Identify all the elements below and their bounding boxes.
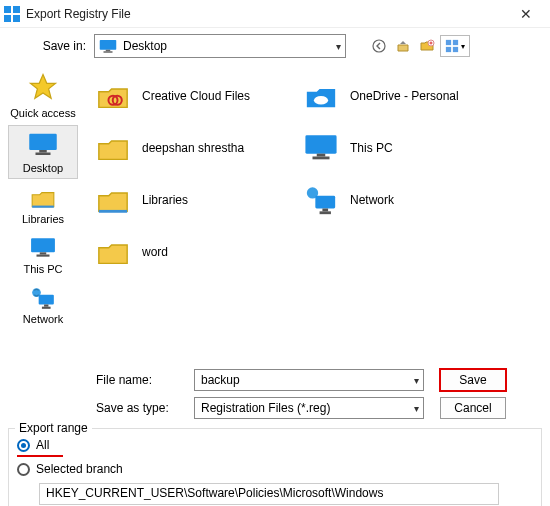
svg-rect-6 (104, 51, 113, 53)
file-libraries[interactable]: Libraries (94, 176, 294, 224)
view-menu-button[interactable]: ▾ (440, 35, 470, 57)
title-bar: Export Registry File ✕ (0, 0, 550, 28)
svg-rect-19 (37, 255, 50, 257)
chevron-down-icon: ▾ (336, 41, 341, 52)
monitor-icon (30, 235, 56, 261)
svg-rect-17 (31, 238, 55, 252)
file-network[interactable]: Network (302, 176, 502, 224)
back-button[interactable] (368, 35, 390, 57)
file-creative-cloud[interactable]: Creative Cloud Files (94, 72, 294, 120)
folder-icon (94, 233, 132, 271)
export-range-legend: Export range (15, 421, 92, 435)
svg-rect-32 (315, 196, 335, 209)
file-deepshan[interactable]: deepshan shrestha (94, 124, 294, 172)
svg-rect-0 (4, 6, 11, 13)
svg-rect-4 (100, 40, 117, 50)
cancel-button[interactable]: Cancel (440, 397, 506, 419)
svg-rect-27 (305, 135, 336, 153)
branch-path-input[interactable]: HKEY_CURRENT_USER\Software\Policies\Micr… (39, 483, 499, 505)
close-button[interactable]: ✕ (506, 0, 546, 28)
svg-rect-34 (320, 211, 331, 214)
folder-icon (94, 129, 132, 167)
places-bar: Quick access Desktop Libraries This PC N… (0, 62, 86, 366)
chevron-down-icon: ▾ (414, 403, 419, 414)
place-desktop[interactable]: Desktop (8, 125, 78, 179)
place-network[interactable]: Network (8, 281, 78, 329)
network-icon (302, 181, 340, 219)
svg-rect-5 (106, 50, 111, 52)
file-list-area[interactable]: Creative Cloud Files OneDrive - Personal… (86, 62, 550, 366)
filetype-dropdown[interactable]: Registration Files (*.reg) ▾ (194, 397, 424, 419)
svg-rect-1 (13, 6, 20, 13)
svg-rect-13 (29, 134, 57, 150)
save-button[interactable]: Save (440, 369, 506, 391)
svg-point-26 (314, 96, 328, 105)
svg-rect-11 (446, 47, 451, 52)
folder-libs-icon (94, 181, 132, 219)
svg-rect-33 (322, 209, 328, 212)
svg-rect-18 (40, 252, 47, 254)
svg-rect-21 (39, 295, 54, 305)
thispc-icon (302, 129, 340, 167)
libraries-icon (30, 185, 56, 211)
chevron-down-icon: ▾ (461, 42, 465, 51)
svg-rect-14 (39, 150, 47, 153)
svg-rect-10 (453, 40, 458, 45)
svg-rect-30 (99, 210, 127, 213)
up-button[interactable] (392, 35, 414, 57)
window-title: Export Registry File (26, 7, 131, 21)
svg-rect-2 (4, 15, 11, 22)
monitor-icon (99, 39, 117, 53)
svg-rect-3 (13, 15, 20, 22)
svg-rect-29 (313, 157, 330, 160)
svg-rect-9 (446, 40, 451, 45)
place-thispc[interactable]: This PC (8, 231, 78, 279)
star-icon (28, 72, 58, 105)
savein-row: Save in: Desktop ▾ ▾ (0, 28, 550, 62)
filename-label: File name: (96, 373, 188, 387)
highlight-underline (17, 455, 63, 457)
file-thispc[interactable]: This PC (302, 124, 502, 172)
chevron-down-icon: ▾ (414, 375, 419, 386)
folder-onedrive-icon (302, 77, 340, 115)
savein-value: Desktop (123, 39, 167, 53)
new-folder-button[interactable] (416, 35, 438, 57)
savein-dropdown[interactable]: Desktop ▾ (94, 34, 346, 58)
svg-rect-28 (317, 154, 326, 157)
folder-creative-icon (94, 77, 132, 115)
filename-input[interactable]: backup ▾ (194, 369, 424, 391)
svg-rect-16 (32, 206, 54, 208)
svg-rect-23 (42, 307, 51, 309)
network-icon (30, 285, 56, 311)
svg-rect-12 (453, 47, 458, 52)
svg-rect-15 (36, 153, 51, 156)
svg-rect-22 (44, 305, 48, 307)
monitor-icon (28, 130, 58, 160)
radio-on-icon (17, 439, 30, 452)
place-quick-access[interactable]: Quick access (8, 68, 78, 123)
export-range-group: Export range All Selected branch HKEY_CU… (8, 428, 542, 506)
file-word[interactable]: word (94, 228, 294, 276)
filetype-label: Save as type: (96, 401, 188, 415)
file-onedrive[interactable]: OneDrive - Personal (302, 72, 502, 120)
regedit-icon (4, 6, 20, 22)
savein-label: Save in: (34, 39, 90, 53)
radio-selected-branch[interactable]: Selected branch (17, 459, 533, 479)
radio-all[interactable]: All (17, 435, 533, 455)
svg-point-7 (373, 40, 385, 52)
place-libraries[interactable]: Libraries (8, 181, 78, 229)
radio-off-icon (17, 463, 30, 476)
